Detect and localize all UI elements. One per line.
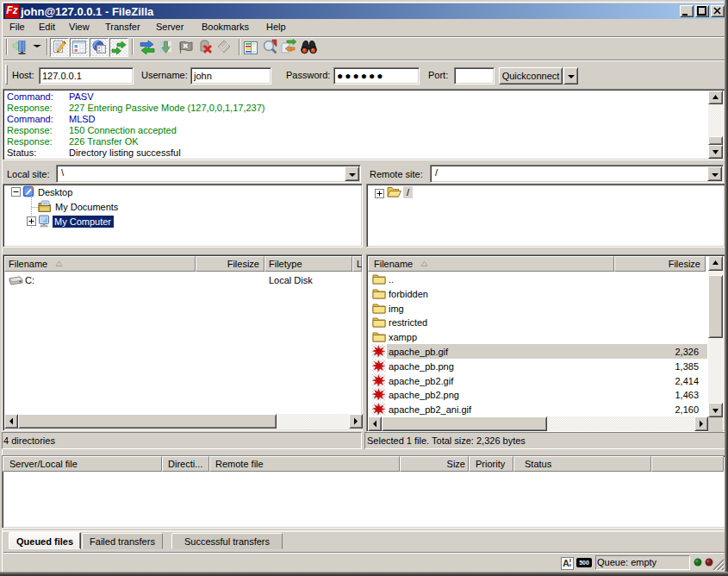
svg-text:A: A <box>563 558 569 568</box>
